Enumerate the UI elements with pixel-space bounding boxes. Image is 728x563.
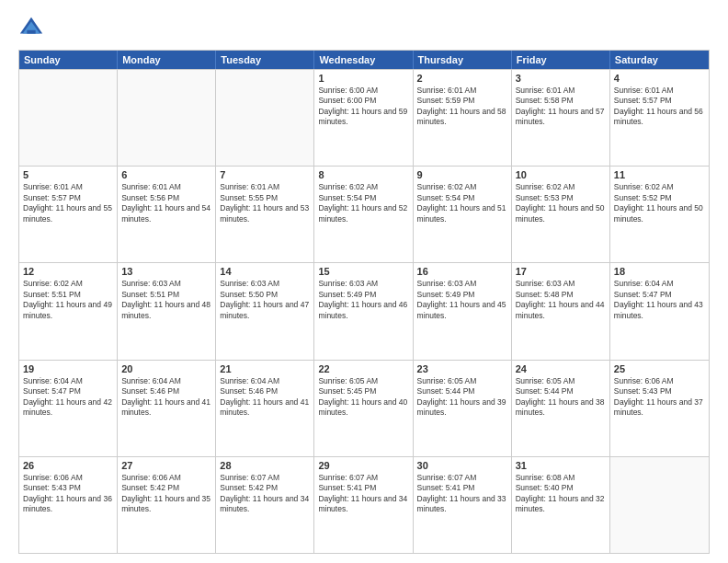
cell-info: Sunrise: 6:05 AMSunset: 5:45 PMDaylight:…	[318, 376, 408, 419]
cal-cell: 12Sunrise: 6:02 AMSunset: 5:51 PMDayligh…	[19, 263, 118, 359]
cell-date: 10	[516, 169, 606, 180]
cell-date: 6	[121, 169, 211, 180]
cell-info: Sunrise: 6:04 AMSunset: 5:46 PMDaylight:…	[121, 376, 211, 419]
cell-info: Sunrise: 6:02 AMSunset: 5:54 PMDaylight:…	[318, 182, 408, 224]
cell-date: 9	[417, 169, 507, 180]
cell-info: Sunrise: 6:08 AMSunset: 5:40 PMDaylight:…	[516, 473, 606, 515]
cal-cell: 17Sunrise: 6:03 AMSunset: 5:48 PMDayligh…	[512, 263, 610, 359]
cal-cell: 14Sunrise: 6:03 AMSunset: 5:50 PMDayligh…	[216, 263, 314, 359]
cal-cell: 27Sunrise: 6:06 AMSunset: 5:42 PMDayligh…	[118, 457, 216, 553]
week-row-5: 26Sunrise: 6:06 AMSunset: 5:43 PMDayligh…	[19, 456, 709, 553]
cell-info: Sunrise: 6:00 AMSunset: 6:00 PMDaylight:…	[318, 86, 408, 128]
cal-cell: 23Sunrise: 6:05 AMSunset: 5:44 PMDayligh…	[414, 361, 512, 456]
cell-date: 1	[318, 73, 408, 84]
week-row-3: 12Sunrise: 6:02 AMSunset: 5:51 PMDayligh…	[19, 262, 709, 359]
cell-date: 15	[318, 266, 408, 277]
cal-cell: 8Sunrise: 6:02 AMSunset: 5:54 PMDaylight…	[314, 167, 413, 262]
cell-info: Sunrise: 6:06 AMSunset: 5:43 PMDaylight:…	[614, 376, 705, 419]
day-header-saturday: Saturday	[610, 51, 709, 69]
cal-cell: 16Sunrise: 6:03 AMSunset: 5:49 PMDayligh…	[414, 263, 512, 359]
cal-cell: 18Sunrise: 6:04 AMSunset: 5:47 PMDayligh…	[610, 263, 709, 359]
cell-date: 4	[614, 73, 705, 84]
cal-cell: 3Sunrise: 6:01 AMSunset: 5:58 PMDaylight…	[512, 70, 610, 166]
cal-cell: 5Sunrise: 6:01 AMSunset: 5:57 PMDaylight…	[19, 167, 118, 262]
cal-cell: 4Sunrise: 6:01 AMSunset: 5:57 PMDaylight…	[610, 70, 709, 166]
cell-info: Sunrise: 6:03 AMSunset: 5:51 PMDaylight:…	[121, 279, 211, 321]
cell-date: 12	[23, 266, 113, 277]
cell-date: 20	[121, 363, 211, 374]
day-header-tuesday: Tuesday	[216, 51, 314, 69]
cell-date: 19	[23, 363, 113, 374]
cell-date: 18	[614, 266, 705, 277]
cal-cell: 29Sunrise: 6:07 AMSunset: 5:41 PMDayligh…	[314, 457, 413, 553]
svg-rect-2	[27, 30, 35, 34]
cal-cell: 19Sunrise: 6:04 AMSunset: 5:47 PMDayligh…	[19, 361, 118, 456]
cal-cell: 25Sunrise: 6:06 AMSunset: 5:43 PMDayligh…	[610, 361, 709, 456]
cell-date: 22	[318, 363, 408, 374]
cell-info: Sunrise: 6:03 AMSunset: 5:49 PMDaylight:…	[417, 279, 507, 321]
cal-cell: 21Sunrise: 6:04 AMSunset: 5:46 PMDayligh…	[216, 361, 314, 456]
cell-info: Sunrise: 6:05 AMSunset: 5:44 PMDaylight:…	[417, 376, 507, 419]
cell-info: Sunrise: 6:04 AMSunset: 5:47 PMDaylight:…	[23, 376, 113, 419]
cal-cell: 10Sunrise: 6:02 AMSunset: 5:53 PMDayligh…	[512, 167, 610, 262]
cell-info: Sunrise: 6:02 AMSunset: 5:52 PMDaylight:…	[614, 182, 705, 224]
cell-date: 17	[516, 266, 606, 277]
cal-cell: 2Sunrise: 6:01 AMSunset: 5:59 PMDaylight…	[414, 70, 512, 166]
day-header-monday: Monday	[118, 51, 216, 69]
cell-info: Sunrise: 6:01 AMSunset: 5:59 PMDaylight:…	[417, 86, 507, 128]
week-row-2: 5Sunrise: 6:01 AMSunset: 5:57 PMDaylight…	[19, 166, 709, 262]
cell-info: Sunrise: 6:06 AMSunset: 5:42 PMDaylight:…	[121, 473, 211, 515]
cell-info: Sunrise: 6:07 AMSunset: 5:41 PMDaylight:…	[417, 473, 507, 515]
cal-cell: 11Sunrise: 6:02 AMSunset: 5:52 PMDayligh…	[610, 167, 709, 262]
cell-info: Sunrise: 6:03 AMSunset: 5:48 PMDaylight:…	[516, 279, 606, 321]
cal-cell	[118, 70, 216, 166]
cell-date: 29	[318, 460, 408, 471]
cell-info: Sunrise: 6:07 AMSunset: 5:41 PMDaylight:…	[318, 473, 408, 515]
cell-info: Sunrise: 6:06 AMSunset: 5:43 PMDaylight:…	[23, 473, 113, 515]
cell-info: Sunrise: 6:02 AMSunset: 5:51 PMDaylight:…	[23, 279, 113, 321]
cell-date: 23	[417, 363, 507, 374]
cal-cell: 30Sunrise: 6:07 AMSunset: 5:41 PMDayligh…	[414, 457, 512, 553]
cell-date: 13	[121, 266, 211, 277]
week-row-1: 1Sunrise: 6:00 AMSunset: 6:00 PMDaylight…	[19, 69, 709, 166]
day-header-sunday: Sunday	[19, 51, 118, 69]
calendar-header: SundayMondayTuesdayWednesdayThursdayFrid…	[19, 51, 709, 69]
cal-cell: 22Sunrise: 6:05 AMSunset: 5:45 PMDayligh…	[314, 361, 413, 456]
cell-date: 2	[417, 73, 507, 84]
cell-date: 30	[417, 460, 507, 471]
day-header-thursday: Thursday	[414, 51, 512, 69]
cal-cell: 31Sunrise: 6:08 AMSunset: 5:40 PMDayligh…	[512, 457, 610, 553]
cell-info: Sunrise: 6:03 AMSunset: 5:50 PMDaylight:…	[220, 279, 310, 321]
cell-info: Sunrise: 6:03 AMSunset: 5:49 PMDaylight:…	[318, 279, 408, 321]
week-row-4: 19Sunrise: 6:04 AMSunset: 5:47 PMDayligh…	[19, 360, 709, 456]
cell-date: 7	[220, 169, 310, 180]
cell-info: Sunrise: 6:05 AMSunset: 5:44 PMDaylight:…	[516, 376, 606, 419]
cell-info: Sunrise: 6:01 AMSunset: 5:57 PMDaylight:…	[23, 182, 113, 224]
cell-date: 11	[614, 169, 705, 180]
logo-icon	[18, 15, 44, 40]
cal-cell	[19, 70, 118, 166]
day-header-wednesday: Wednesday	[314, 51, 413, 69]
cell-date: 5	[23, 169, 113, 180]
cell-date: 21	[220, 363, 310, 374]
cal-cell: 26Sunrise: 6:06 AMSunset: 5:43 PMDayligh…	[19, 457, 118, 553]
page: SundayMondayTuesdayWednesdayThursdayFrid…	[0, 0, 728, 563]
cell-date: 24	[516, 363, 606, 374]
cell-date: 27	[121, 460, 211, 471]
header	[18, 15, 710, 40]
cell-info: Sunrise: 6:07 AMSunset: 5:42 PMDaylight:…	[220, 473, 310, 515]
cell-info: Sunrise: 6:02 AMSunset: 5:54 PMDaylight:…	[417, 182, 507, 224]
cell-info: Sunrise: 6:04 AMSunset: 5:47 PMDaylight:…	[614, 279, 705, 321]
cell-info: Sunrise: 6:01 AMSunset: 5:56 PMDaylight:…	[121, 182, 211, 224]
day-header-friday: Friday	[512, 51, 610, 69]
cal-cell	[216, 70, 314, 166]
cell-info: Sunrise: 6:01 AMSunset: 5:55 PMDaylight:…	[220, 182, 310, 224]
cal-cell: 6Sunrise: 6:01 AMSunset: 5:56 PMDaylight…	[118, 167, 216, 262]
cell-date: 31	[516, 460, 606, 471]
cal-cell: 24Sunrise: 6:05 AMSunset: 5:44 PMDayligh…	[512, 361, 610, 456]
calendar-body: 1Sunrise: 6:00 AMSunset: 6:00 PMDaylight…	[19, 69, 709, 553]
cell-info: Sunrise: 6:01 AMSunset: 5:58 PMDaylight:…	[516, 86, 606, 128]
cell-date: 28	[220, 460, 310, 471]
cal-cell: 15Sunrise: 6:03 AMSunset: 5:49 PMDayligh…	[314, 263, 413, 359]
cell-date: 25	[614, 363, 705, 374]
